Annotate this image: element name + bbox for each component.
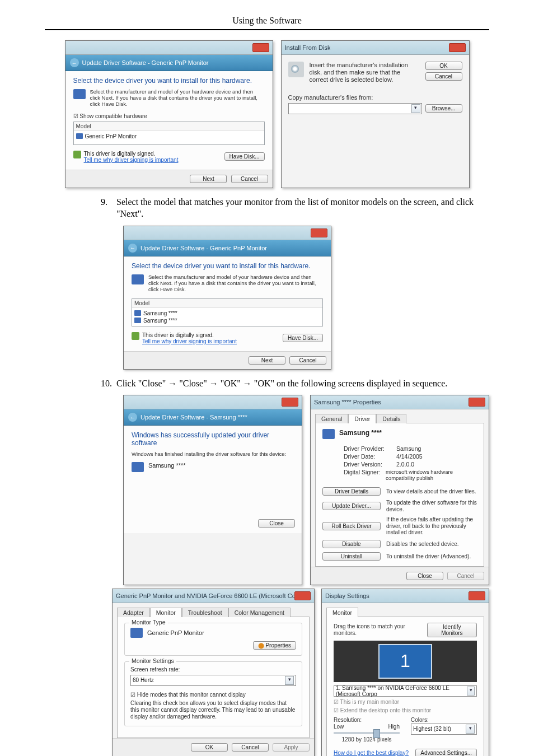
close-icon[interactable] (252, 43, 269, 52)
close-icon[interactable] (469, 591, 485, 600)
identify-monitors-button[interactable]: Identify Monitors (427, 623, 477, 637)
cancel-button[interactable]: Cancel (231, 175, 268, 183)
model-name: Samsung **** (148, 462, 186, 469)
titlebar: Display Settings (322, 589, 489, 603)
resolution-slider[interactable] (334, 732, 400, 734)
window-monitor-properties: Generic PnP Monitor and NVIDIA GeForce 6… (112, 589, 315, 756)
signer-value: microsoft windows hardware compatibility… (386, 469, 477, 481)
titlebar: Generic PnP Monitor and NVIDIA GeForce 6… (113, 589, 314, 603)
advanced-settings-button[interactable]: Advanced Settings... (415, 749, 477, 756)
tab-monitor[interactable]: Monitor (150, 608, 182, 617)
model-header: Model (132, 299, 322, 308)
best-display-link[interactable]: How do I get the best display? (334, 750, 409, 756)
close-icon[interactable] (449, 43, 466, 52)
chevron-down-icon[interactable]: ▾ (411, 104, 420, 113)
close-icon[interactable] (282, 398, 298, 407)
model-item[interactable]: Generic PnP Monitor (76, 133, 262, 140)
properties-button[interactable]: ⬤ Properties (253, 641, 296, 650)
refresh-rate-label: Screen refresh rate: (130, 666, 296, 673)
have-disk-button[interactable]: Have Disk... (224, 152, 265, 161)
colors-select[interactable]: Highest (32 bit) ▾ (411, 724, 477, 735)
back-icon[interactable]: ← (128, 244, 137, 253)
title-text: Samsung **** Properties (314, 399, 381, 405)
chevron-down-icon[interactable]: ▾ (467, 687, 475, 696)
monitor-settings-label: Monitor Settings (129, 657, 176, 664)
title-text: Display Settings (325, 592, 369, 599)
driver-details-button[interactable]: Driver Details (322, 487, 381, 496)
tab-color-management[interactable]: Color Management (228, 608, 291, 617)
monitor-icon (322, 429, 335, 439)
monitor-icon (132, 274, 144, 284)
close-icon[interactable] (311, 228, 327, 237)
window-install-from-disk: Install From Disk Insert the manufacture… (281, 40, 470, 188)
model-listbox[interactable]: Model Generic PnP Monitor (73, 122, 265, 145)
monitor-arrangement[interactable]: 1 (334, 641, 477, 682)
hide-modes-checkbox[interactable]: ☑ Hide modes that this monitor cannot di… (130, 692, 296, 698)
tab-troubleshoot[interactable]: Troubleshoot (182, 608, 228, 617)
have-disk-button[interactable]: Have Disk... (283, 334, 323, 342)
heading: Windows has successfully updated your dr… (132, 431, 294, 447)
tab-adapter[interactable]: Adapter (117, 608, 150, 617)
chevron-down-icon[interactable]: ▾ (466, 725, 475, 734)
show-compatible-checkbox[interactable]: ☑ Show compatible hardware (73, 113, 265, 119)
shield-icon (73, 151, 81, 158)
hide-modes-desc: Clearing this check box allows you to se… (130, 700, 296, 720)
update-driver-button[interactable]: Update Driver... (322, 502, 381, 510)
copy-from-label: Copy manufacturer's files from: (288, 94, 462, 101)
disk-icon (288, 62, 304, 77)
monitor-icon (132, 462, 144, 472)
next-button[interactable]: Next (190, 175, 227, 183)
title-text: Install From Disk (285, 44, 331, 51)
header-rule (45, 29, 489, 30)
disable-button[interactable]: Disable (322, 540, 381, 548)
main-monitor-checkbox: ☑ This is my main monitor (334, 699, 477, 705)
tab-details[interactable]: Details (376, 414, 406, 423)
browse-button[interactable]: Browse... (425, 104, 462, 113)
drive-combobox[interactable]: ▾ (288, 103, 422, 114)
window-banner: ← Update Driver Software - Samsung **** (124, 409, 302, 426)
provider-label: Driver Provider: (344, 445, 393, 452)
uninstall-button[interactable]: Uninstall (322, 552, 381, 561)
window-driver-properties: Samsung **** Properties General Driver D… (310, 395, 489, 585)
slider-high-label: High (388, 724, 400, 730)
signed-text: This driver is digitally signed. (84, 151, 179, 157)
model-item[interactable]: Samsung **** (134, 317, 320, 324)
close-icon[interactable] (469, 398, 485, 407)
cancel-button[interactable]: Cancel (425, 72, 462, 81)
banner-text: Update Driver Software - Generic PnP Mon… (140, 245, 267, 251)
tab-driver[interactable]: Driver (348, 414, 376, 423)
resolution-value: 1280 by 1024 pixels (334, 736, 400, 743)
refresh-rate-select[interactable]: 60 Hertz ▾ (130, 675, 296, 686)
chevron-down-icon[interactable]: ▾ (285, 676, 294, 685)
next-button[interactable]: Next (249, 356, 285, 365)
step-text: Select the model that matches your monit… (116, 196, 489, 220)
cancel-button[interactable]: Cancel (232, 743, 269, 752)
close-icon[interactable] (294, 591, 311, 600)
model-item[interactable]: Samsung **** (134, 310, 320, 317)
rollback-button[interactable]: Roll Back Driver (322, 522, 381, 530)
monitor-thumb-1[interactable]: 1 (378, 644, 432, 679)
banner-text: Update Driver Software - Generic PnP Mon… (82, 59, 209, 66)
monitor-type-value: Generic PnP Monitor (147, 629, 204, 636)
date-label: Driver Date: (344, 453, 393, 460)
back-icon[interactable]: ← (70, 58, 79, 67)
banner-text: Update Driver Software - Samsung **** (140, 414, 247, 421)
resolution-label: Resolution: (334, 717, 400, 724)
date-value: 4/14/2005 (396, 453, 423, 460)
signing-link[interactable]: Tell me why driver signing is important (142, 338, 237, 344)
signing-link[interactable]: Tell me why driver signing is important (84, 157, 179, 163)
monitor-icon (130, 628, 143, 638)
device-select[interactable]: 1. Samsung **** on NVIDIA GeForce 6600 L… (334, 685, 477, 697)
close-button[interactable]: Close (406, 572, 443, 580)
tab-monitor[interactable]: Monitor (326, 608, 358, 617)
cancel-button[interactable]: Cancel (289, 356, 326, 365)
tab-general[interactable]: General (315, 414, 348, 423)
ok-button[interactable]: OK (425, 62, 462, 70)
rollback-desc: If the device fails after updating the d… (386, 516, 477, 536)
ok-button[interactable]: OK (191, 743, 228, 752)
close-button[interactable]: Close (258, 519, 295, 528)
window-update-driver-1: ← Update Driver Software - Generic PnP M… (65, 40, 273, 188)
step-number: 10. (101, 377, 116, 390)
window-update-success: ← Update Driver Software - Samsung **** … (123, 395, 302, 585)
model-listbox[interactable]: Model Samsung **** Samsung **** (132, 298, 323, 326)
